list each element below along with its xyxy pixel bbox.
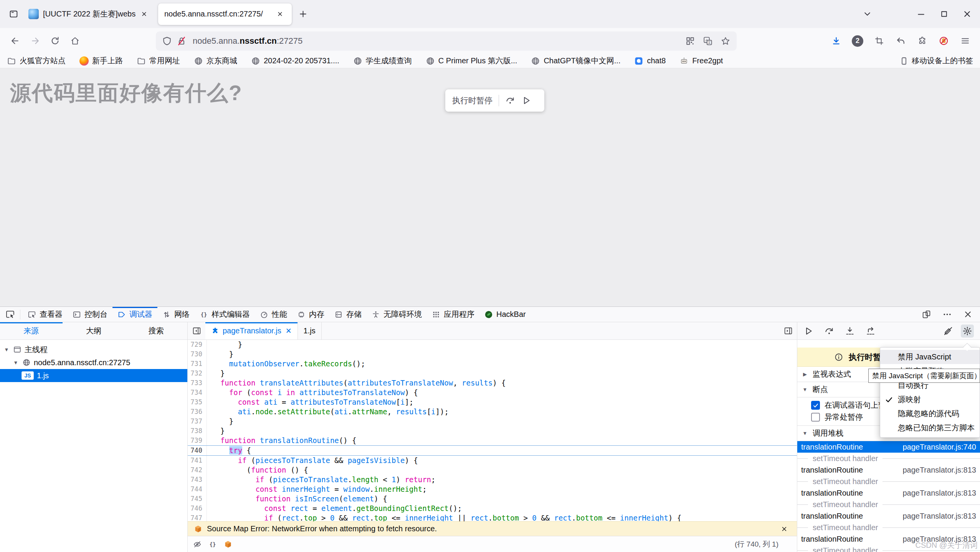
call-stack-async-row[interactable]: setTimeout handler [797,522,980,533]
line-number[interactable]: 738 [188,426,207,436]
call-stack-frame[interactable]: translationRoutinepageTranslator.js:813 [797,487,980,499]
resume-button[interactable] [803,326,813,336]
context-menu-item[interactable]: 禁用 JavaScript [880,350,980,364]
code-line[interactable]: 733 function translateAttributes(attribu… [188,378,797,388]
deactivate-breakpoints-button[interactable] [943,326,953,336]
maximize-button[interactable] [935,5,952,23]
code-line[interactable]: 737 } [188,417,797,426]
collapse-sidebar-button[interactable] [188,322,205,339]
bookmark-item[interactable]: ChatGPT镜像中文网... [531,56,620,66]
step-over-button[interactable] [824,326,834,336]
file-tab[interactable]: pageTranslator.js✕ [205,322,298,339]
bookmark-star-icon[interactable] [721,36,730,46]
call-stack-frame[interactable]: translationRoutinepageTranslator.js:740 [797,441,980,453]
chevron-right-icon[interactable]: ▶ [802,371,808,377]
tab-outline[interactable]: 大纲 [63,322,125,339]
code-line[interactable]: 734 for (const i in attributesToTranslat… [188,388,797,397]
devtools-tab[interactable]: HackBar [479,307,531,322]
call-stack-async-row[interactable]: setTimeout handler [797,499,980,510]
code-line[interactable]: 743 if (piecesToTranslate.length < 1) re… [188,475,797,484]
close-file-tab-button[interactable]: ✕ [286,326,292,335]
firefox-view-button[interactable] [5,5,22,23]
bookmark-item[interactable]: 火狐官方站点 [7,56,66,66]
devtools-tab[interactable]: 控制台 [68,307,112,322]
bookmark-item[interactable]: 常用网址 [137,56,180,66]
checkbox[interactable] [811,413,820,422]
chevron-down-icon[interactable]: ▼ [802,387,808,392]
line-number[interactable]: 741 [188,456,207,465]
file-tab[interactable]: 1.js [298,322,322,339]
code-line[interactable]: 746 const rect = element.getBoundingClie… [188,504,797,513]
bookmark-item[interactable]: 京东商城 [194,56,237,66]
bookmark-item[interactable]: chat8 [634,56,666,66]
pick-element-button[interactable] [2,307,18,322]
code-line[interactable]: 745 function isInScreen(element) { [188,494,797,504]
devtools-tab[interactable]: 无障碍环境 [367,307,427,322]
devtools-tab[interactable]: 存储 [329,307,367,322]
call-stack-async-row[interactable]: setTimeout handler [797,476,980,487]
line-number[interactable]: 732 [188,369,207,378]
code-line[interactable]: 732 } [188,369,797,378]
code-line[interactable]: 744 const innerHeight = window.innerHeig… [188,484,797,494]
bookmark-item[interactable]: Free2gpt [679,56,723,66]
code-line[interactable]: 735 const ati = attributesToTranslateNow… [188,397,797,407]
responsive-mode-button[interactable] [919,307,934,322]
expand-panes-button[interactable] [779,322,797,339]
reload-button[interactable] [46,32,64,50]
bookmark-item[interactable]: 学生成绩查询 [353,56,412,66]
line-number[interactable]: 745 [188,494,207,504]
close-tab-button[interactable] [138,8,150,20]
expander-icon[interactable]: ▼ [12,360,19,366]
line-number[interactable]: 747 [188,513,207,521]
bookmark-item[interactable]: 2024-02-20 205731.... [251,56,339,66]
code-line[interactable]: 739 function translationRoutine() { [188,436,797,445]
insecure-lock-icon[interactable] [177,36,187,46]
devtools-tab[interactable]: {}样式编辑器 [195,307,255,322]
line-number[interactable]: 742 [188,465,207,475]
line-number[interactable]: 739 [188,436,207,445]
devtools-tab[interactable]: 网络 [157,307,195,322]
tab-sources[interactable]: 来源 [0,322,63,339]
line-number[interactable]: 743 [188,475,207,484]
chevron-down-icon[interactable]: ▼ [802,430,808,436]
source-tree-item[interactable]: ▼node5.anna.nssctf.cn:27275 [0,356,187,369]
debugger-settings-button[interactable] [961,325,974,338]
bookmark-item[interactable]: C Primer Plus 第六版... [426,56,517,66]
code-line[interactable]: 736 ati.node.setAttribute(ati.attrName, … [188,407,797,417]
step-in-button[interactable] [845,326,855,336]
profile-badge[interactable]: 2 [849,32,866,50]
list-all-tabs-button[interactable] [859,5,876,23]
expander-icon[interactable]: ▼ [3,347,10,353]
blackbox-source-button[interactable] [193,540,202,549]
context-menu-item[interactable]: 隐藏忽略的源代码 [880,407,980,421]
screenshot-button[interactable] [870,32,888,50]
tracking-shield-icon[interactable] [162,36,172,46]
devtools-menu-button[interactable] [939,307,955,322]
browser-tab-active[interactable]: node5.anna.nssctf.cn:27275/ [158,3,292,25]
pretty-print-button[interactable]: {} [208,540,217,549]
line-number[interactable]: 737 [188,417,207,426]
close-tab-button[interactable] [274,8,286,20]
home-button[interactable] [66,32,84,50]
source-tree-item[interactable]: ▼主线程 [0,343,187,356]
line-number[interactable]: 730 [188,349,207,359]
history-button[interactable] [892,32,909,50]
minimize-button[interactable] [912,5,929,23]
bookmark-item[interactable]: 新手上路 [79,56,123,66]
devtools-tab[interactable]: 查看器 [23,307,68,322]
browser-tab-inactive[interactable]: [UUCTF 2022 新生赛]websign [22,3,156,25]
code-line[interactable]: 731 mutationObserver.takeRecords(); [188,359,797,369]
context-menu-item[interactable]: 忽略已知的第三方脚本 [880,421,980,435]
step-out-button[interactable] [866,326,876,336]
line-number[interactable]: 740 [188,446,207,455]
code-line[interactable]: 738 } [188,426,797,436]
devtools-tab[interactable]: 调试器 [112,307,157,322]
menu-button[interactable] [956,32,974,50]
close-window-button[interactable] [959,5,975,23]
devtools-tab[interactable]: 应用程序 [427,307,479,322]
line-number[interactable]: 746 [188,504,207,513]
code-editor[interactable]: 729 }730 }731 mutationObserver.takeRecor… [188,340,797,521]
line-number[interactable]: 744 [188,484,207,494]
adblock-extension-button[interactable] [935,32,952,50]
line-number[interactable]: 734 [188,388,207,397]
